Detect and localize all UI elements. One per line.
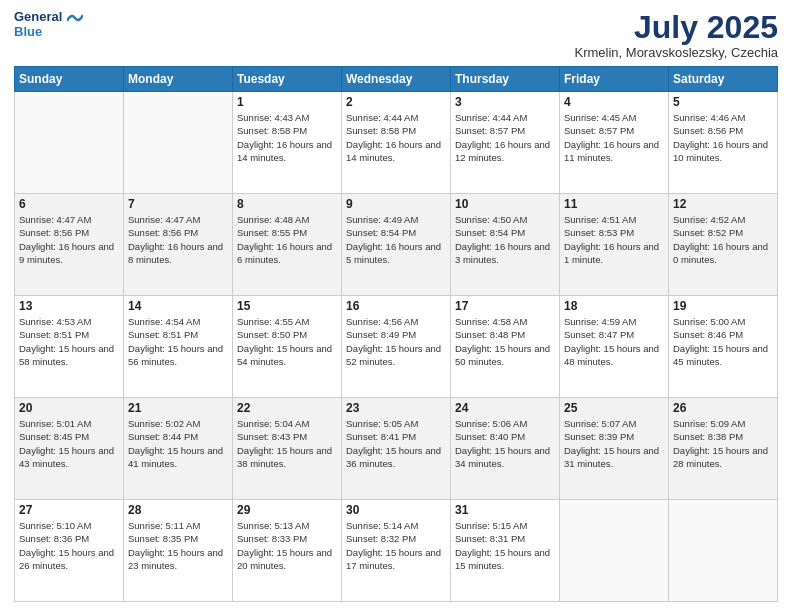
table-row: 9Sunrise: 4:49 AM Sunset: 8:54 PM Daylig… — [342, 194, 451, 296]
table-row: 20Sunrise: 5:01 AM Sunset: 8:45 PM Dayli… — [15, 398, 124, 500]
table-row: 15Sunrise: 4:55 AM Sunset: 8:50 PM Dayli… — [233, 296, 342, 398]
calendar-week-row: 6Sunrise: 4:47 AM Sunset: 8:56 PM Daylig… — [15, 194, 778, 296]
table-row: 1Sunrise: 4:43 AM Sunset: 8:58 PM Daylig… — [233, 92, 342, 194]
cell-text: Sunrise: 4:45 AM Sunset: 8:57 PM Dayligh… — [564, 111, 664, 164]
calendar-week-row: 13Sunrise: 4:53 AM Sunset: 8:51 PM Dayli… — [15, 296, 778, 398]
table-row: 21Sunrise: 5:02 AM Sunset: 8:44 PM Dayli… — [124, 398, 233, 500]
subtitle: Krmelin, Moravskoslezsky, Czechia — [575, 45, 778, 60]
col-thursday: Thursday — [451, 67, 560, 92]
table-row: 19Sunrise: 5:00 AM Sunset: 8:46 PM Dayli… — [669, 296, 778, 398]
day-number: 31 — [455, 503, 555, 517]
day-number: 23 — [346, 401, 446, 415]
day-number: 8 — [237, 197, 337, 211]
col-friday: Friday — [560, 67, 669, 92]
day-number: 12 — [673, 197, 773, 211]
main-title: July 2025 — [575, 10, 778, 45]
table-row: 3Sunrise: 4:44 AM Sunset: 8:57 PM Daylig… — [451, 92, 560, 194]
day-number: 22 — [237, 401, 337, 415]
table-row: 29Sunrise: 5:13 AM Sunset: 8:33 PM Dayli… — [233, 500, 342, 602]
cell-text: Sunrise: 4:59 AM Sunset: 8:47 PM Dayligh… — [564, 315, 664, 368]
table-row: 17Sunrise: 4:58 AM Sunset: 8:48 PM Dayli… — [451, 296, 560, 398]
cell-text: Sunrise: 4:47 AM Sunset: 8:56 PM Dayligh… — [128, 213, 228, 266]
table-row: 4Sunrise: 4:45 AM Sunset: 8:57 PM Daylig… — [560, 92, 669, 194]
day-number: 14 — [128, 299, 228, 313]
logo: General Blue — [14, 10, 83, 40]
page: General Blue July 2025 Krmelin, Moravsko… — [0, 0, 792, 612]
header: General Blue July 2025 Krmelin, Moravsko… — [14, 10, 778, 60]
cell-text: Sunrise: 5:11 AM Sunset: 8:35 PM Dayligh… — [128, 519, 228, 572]
table-row: 8Sunrise: 4:48 AM Sunset: 8:55 PM Daylig… — [233, 194, 342, 296]
day-number: 15 — [237, 299, 337, 313]
cell-text: Sunrise: 5:07 AM Sunset: 8:39 PM Dayligh… — [564, 417, 664, 470]
table-row: 28Sunrise: 5:11 AM Sunset: 8:35 PM Dayli… — [124, 500, 233, 602]
cell-text: Sunrise: 4:44 AM Sunset: 8:57 PM Dayligh… — [455, 111, 555, 164]
calendar-week-row: 1Sunrise: 4:43 AM Sunset: 8:58 PM Daylig… — [15, 92, 778, 194]
cell-text: Sunrise: 4:53 AM Sunset: 8:51 PM Dayligh… — [19, 315, 119, 368]
day-number: 10 — [455, 197, 555, 211]
day-number: 27 — [19, 503, 119, 517]
calendar-week-row: 20Sunrise: 5:01 AM Sunset: 8:45 PM Dayli… — [15, 398, 778, 500]
day-number: 18 — [564, 299, 664, 313]
table-row: 31Sunrise: 5:15 AM Sunset: 8:31 PM Dayli… — [451, 500, 560, 602]
day-number: 26 — [673, 401, 773, 415]
col-saturday: Saturday — [669, 67, 778, 92]
table-row: 25Sunrise: 5:07 AM Sunset: 8:39 PM Dayli… — [560, 398, 669, 500]
table-row: 18Sunrise: 4:59 AM Sunset: 8:47 PM Dayli… — [560, 296, 669, 398]
cell-text: Sunrise: 5:00 AM Sunset: 8:46 PM Dayligh… — [673, 315, 773, 368]
calendar-table: Sunday Monday Tuesday Wednesday Thursday… — [14, 66, 778, 602]
table-row: 5Sunrise: 4:46 AM Sunset: 8:56 PM Daylig… — [669, 92, 778, 194]
day-number: 19 — [673, 299, 773, 313]
table-row: 26Sunrise: 5:09 AM Sunset: 8:38 PM Dayli… — [669, 398, 778, 500]
cell-text: Sunrise: 4:52 AM Sunset: 8:52 PM Dayligh… — [673, 213, 773, 266]
cell-text: Sunrise: 4:47 AM Sunset: 8:56 PM Dayligh… — [19, 213, 119, 266]
day-number: 5 — [673, 95, 773, 109]
table-row: 13Sunrise: 4:53 AM Sunset: 8:51 PM Dayli… — [15, 296, 124, 398]
cell-text: Sunrise: 4:44 AM Sunset: 8:58 PM Dayligh… — [346, 111, 446, 164]
day-number: 11 — [564, 197, 664, 211]
table-row — [15, 92, 124, 194]
table-row: 23Sunrise: 5:05 AM Sunset: 8:41 PM Dayli… — [342, 398, 451, 500]
day-number: 4 — [564, 95, 664, 109]
cell-text: Sunrise: 5:06 AM Sunset: 8:40 PM Dayligh… — [455, 417, 555, 470]
cell-text: Sunrise: 4:58 AM Sunset: 8:48 PM Dayligh… — [455, 315, 555, 368]
cell-text: Sunrise: 4:48 AM Sunset: 8:55 PM Dayligh… — [237, 213, 337, 266]
table-row: 27Sunrise: 5:10 AM Sunset: 8:36 PM Dayli… — [15, 500, 124, 602]
day-number: 16 — [346, 299, 446, 313]
table-row — [669, 500, 778, 602]
cell-text: Sunrise: 5:10 AM Sunset: 8:36 PM Dayligh… — [19, 519, 119, 572]
day-number: 13 — [19, 299, 119, 313]
calendar-header-row: Sunday Monday Tuesday Wednesday Thursday… — [15, 67, 778, 92]
calendar-week-row: 27Sunrise: 5:10 AM Sunset: 8:36 PM Dayli… — [15, 500, 778, 602]
logo-blue: Blue — [14, 25, 83, 40]
cell-text: Sunrise: 4:56 AM Sunset: 8:49 PM Dayligh… — [346, 315, 446, 368]
cell-text: Sunrise: 4:43 AM Sunset: 8:58 PM Dayligh… — [237, 111, 337, 164]
cell-text: Sunrise: 4:46 AM Sunset: 8:56 PM Dayligh… — [673, 111, 773, 164]
day-number: 3 — [455, 95, 555, 109]
table-row: 24Sunrise: 5:06 AM Sunset: 8:40 PM Dayli… — [451, 398, 560, 500]
cell-text: Sunrise: 4:55 AM Sunset: 8:50 PM Dayligh… — [237, 315, 337, 368]
table-row: 7Sunrise: 4:47 AM Sunset: 8:56 PM Daylig… — [124, 194, 233, 296]
day-number: 6 — [19, 197, 119, 211]
day-number: 1 — [237, 95, 337, 109]
day-number: 20 — [19, 401, 119, 415]
cell-text: Sunrise: 5:01 AM Sunset: 8:45 PM Dayligh… — [19, 417, 119, 470]
cell-text: Sunrise: 5:15 AM Sunset: 8:31 PM Dayligh… — [455, 519, 555, 572]
cell-text: Sunrise: 5:09 AM Sunset: 8:38 PM Dayligh… — [673, 417, 773, 470]
table-row: 16Sunrise: 4:56 AM Sunset: 8:49 PM Dayli… — [342, 296, 451, 398]
logo-wave-icon — [67, 13, 83, 23]
table-row: 6Sunrise: 4:47 AM Sunset: 8:56 PM Daylig… — [15, 194, 124, 296]
cell-text: Sunrise: 4:50 AM Sunset: 8:54 PM Dayligh… — [455, 213, 555, 266]
col-tuesday: Tuesday — [233, 67, 342, 92]
day-number: 30 — [346, 503, 446, 517]
day-number: 9 — [346, 197, 446, 211]
cell-text: Sunrise: 4:54 AM Sunset: 8:51 PM Dayligh… — [128, 315, 228, 368]
table-row — [124, 92, 233, 194]
cell-text: Sunrise: 5:13 AM Sunset: 8:33 PM Dayligh… — [237, 519, 337, 572]
table-row: 2Sunrise: 4:44 AM Sunset: 8:58 PM Daylig… — [342, 92, 451, 194]
table-row: 10Sunrise: 4:50 AM Sunset: 8:54 PM Dayli… — [451, 194, 560, 296]
table-row: 12Sunrise: 4:52 AM Sunset: 8:52 PM Dayli… — [669, 194, 778, 296]
cell-text: Sunrise: 5:05 AM Sunset: 8:41 PM Dayligh… — [346, 417, 446, 470]
table-row: 11Sunrise: 4:51 AM Sunset: 8:53 PM Dayli… — [560, 194, 669, 296]
table-row: 14Sunrise: 4:54 AM Sunset: 8:51 PM Dayli… — [124, 296, 233, 398]
table-row: 30Sunrise: 5:14 AM Sunset: 8:32 PM Dayli… — [342, 500, 451, 602]
